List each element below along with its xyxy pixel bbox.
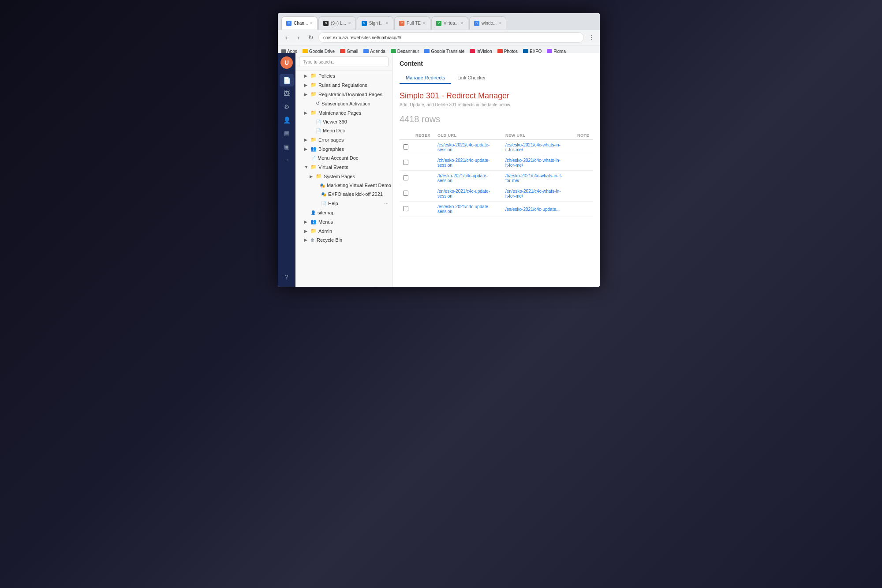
col-header-regex: REGEX	[412, 131, 434, 140]
forward-button[interactable]: ›	[294, 33, 303, 42]
tab-virtual[interactable]: V Virtua... ×	[431, 16, 468, 30]
tree-item-menus[interactable]: ▶ 👥 Menus	[295, 217, 392, 226]
col-header-checkbox	[400, 131, 412, 140]
table-row: /fr/esko-2021/c4c-update-session /fr/esk…	[400, 171, 593, 186]
tab-close-sign[interactable]: ×	[386, 21, 389, 26]
search-input[interactable]	[299, 56, 389, 67]
row-new-url-3[interactable]: /en/esko-2021/c4c-whats-in-it-for-me/	[502, 186, 567, 202]
tree-item-policies[interactable]: ▶ 📁 Policies	[295, 71, 392, 80]
tree-label-menudoc: Menu Doc	[323, 128, 345, 133]
arrow-systempages: ▶	[310, 174, 314, 179]
tab-close-notif[interactable]: ×	[348, 21, 351, 26]
icon-marketingvirtual: 🎭	[320, 183, 325, 188]
tree-item-biographies[interactable]: ▶ 👥 Biographies	[295, 144, 392, 154]
doc-icon-menuaccountdoc: 📄	[310, 156, 316, 161]
tree-item-admin[interactable]: ▶ 📁 Admin	[295, 226, 392, 236]
tree-item-virtualevents[interactable]: ▼ 📁 Virtual Events	[295, 162, 392, 172]
row-new-url-0[interactable]: /es/esko-2021/c4c-whats-in-it-for-me/	[502, 140, 567, 155]
nav-bar: ‹ › ↻ cms-exfo.azurewebsites.net/umbraco…	[278, 30, 600, 45]
sidebar-packages-icon[interactable]: ▣	[280, 140, 294, 153]
row-new-url-4[interactable]: /es/esko-2021/c4c-update...	[502, 202, 567, 217]
row-regex-0	[412, 140, 434, 155]
tree-item-help[interactable]: ▶ 📄 Help ···	[295, 198, 392, 208]
refresh-button[interactable]: ↻	[306, 33, 316, 42]
tab-close-virtual[interactable]: ×	[461, 21, 463, 26]
row-note-1	[574, 155, 593, 171]
back-button[interactable]: ‹	[281, 33, 291, 42]
row-note-0	[574, 140, 593, 155]
tab-notif[interactable]: N (9+) L... ×	[318, 16, 356, 30]
tree-label-maintenance: Maintenance Pages	[318, 110, 361, 116]
sidebar-redirect-icon[interactable]: →	[280, 154, 294, 166]
tab-manage-redirects[interactable]: Manage Redirects	[400, 72, 451, 84]
row-old-url-1[interactable]: /zh/esko-2021/c4c-update-session	[434, 155, 495, 171]
tree-item-sitemap[interactable]: ▶ 👤 sitemap	[295, 208, 392, 217]
tree-item-menuaccountdoc[interactable]: ▶ 📄 Menu Account Doc	[295, 154, 392, 162]
tab-close-window[interactable]: ×	[499, 21, 501, 26]
row-checkbox-1[interactable]	[400, 155, 412, 171]
row-checkbox-0[interactable]	[400, 140, 412, 155]
row-old-url-0[interactable]: /es/esko-2021/c4c-update-session	[434, 140, 495, 155]
sidebar-help-icon[interactable]: ?	[280, 271, 294, 283]
tree-label-viewer360: Viewer 360	[323, 119, 347, 124]
tree-item-marketingvirtual[interactable]: ▶ 🎭 Marketing Virtual Event Demo	[295, 181, 392, 190]
table-row: /es/esko-2021/c4c-update-session /es/esk…	[400, 202, 593, 217]
row-new-url-2[interactable]: /fr/esko-2021/c4c-whats-in-it-for-me/	[502, 171, 567, 186]
tab-favicon-sign: M	[362, 21, 367, 26]
row-checkbox-4[interactable]	[400, 202, 412, 217]
tree-item-subscription[interactable]: ▶ ↺ Subscription Activation	[295, 99, 392, 108]
col-header-note: NOTE	[574, 131, 593, 140]
laptop-screen: C Chan... × N (9+) L... × M Sign i... × …	[278, 13, 600, 287]
row-old-url-2[interactable]: /fr/esko-2021/c4c-update-session	[434, 171, 495, 186]
tab-close-chan[interactable]: ×	[310, 21, 313, 26]
row-s1-3	[495, 186, 502, 202]
row-old-url-4[interactable]: /es/esko-2021/c4c-update-session	[434, 202, 495, 217]
row-note-2	[574, 171, 593, 186]
tree-item-recyclebin[interactable]: ▶ 🗑 Recycle Bin	[295, 236, 392, 244]
tree-item-exfosales[interactable]: ▶ 🎭 EXFO sales kick-off 2021	[295, 190, 392, 198]
folder-icon-menus: 👥	[310, 219, 317, 225]
tree-item-rules[interactable]: ▶ 📁 Rules and Regulations	[295, 80, 392, 90]
sidebar-settings-icon[interactable]: ⚙	[280, 101, 294, 113]
tab-chan[interactable]: C Chan... ×	[281, 16, 318, 30]
tab-favicon-chan: C	[286, 21, 292, 26]
tab-pull[interactable]: P Pull TE ×	[394, 16, 430, 30]
tab-label-sign: Sign i...	[369, 21, 384, 26]
row-checkbox-3[interactable]	[400, 186, 412, 202]
row-s2-2	[567, 171, 574, 186]
sidebar-forms-icon[interactable]: ▤	[280, 127, 294, 139]
tab-link-checker[interactable]: Link Checker	[451, 72, 492, 84]
arrow-menus: ▶	[304, 220, 309, 224]
cms-logo[interactable]: U	[280, 56, 293, 69]
sidebar-media-icon[interactable]: 🖼	[280, 87, 294, 100]
redirect-manager-subtitle: Add, Update, and Delete 301 redirects in…	[400, 102, 593, 107]
tree-label-virtualevents: Virtual Events	[318, 165, 348, 170]
tree-item-viewer360[interactable]: ▶ 📄 Viewer 360	[295, 117, 392, 126]
folder-icon-rules: 📁	[310, 82, 317, 88]
tree-item-errorpages[interactable]: ▶ 📁 Error pages	[295, 135, 392, 144]
tab-sign[interactable]: M Sign i... ×	[357, 16, 393, 30]
sidebar-content-icon[interactable]: 📄	[280, 74, 294, 86]
tree-navigation: ▶ 📁 Policies ▶ 📁 Rules and Regulations ▶…	[295, 53, 392, 287]
sidebar-users-icon[interactable]: 👤	[280, 114, 294, 126]
content-title: Content	[400, 60, 593, 67]
extensions-button[interactable]: ⋮	[587, 33, 596, 42]
tab-favicon-pull: P	[399, 21, 404, 26]
tab-window[interactable]: G windo... ×	[469, 16, 506, 30]
tree-item-maintenance[interactable]: ▶ 📁 Maintenance Pages	[295, 108, 392, 117]
tab-bar: C Chan... × N (9+) L... × M Sign i... × …	[278, 13, 600, 30]
tree-item-menudoc[interactable]: ▶ 📄 Menu Doc	[295, 126, 392, 135]
tree-label-systempages: System Pages	[324, 174, 355, 179]
row-new-url-1[interactable]: /zh/esko-2021/c4c-whats-in-it-for-me/	[502, 155, 567, 171]
tree-item-systempages[interactable]: ▶ 📁 System Pages	[295, 172, 392, 181]
tab-close-pull[interactable]: ×	[423, 21, 426, 26]
row-note-4	[574, 202, 593, 217]
address-bar[interactable]: cms-exfo.azurewebsites.net/umbraco/#/	[318, 32, 584, 43]
row-regex-4	[412, 202, 434, 217]
tree-label-recyclebin: Recycle Bin	[317, 237, 342, 243]
row-old-url-3[interactable]: /en/esko-2021/c4c-update-session	[434, 186, 495, 202]
row-checkbox-2[interactable]	[400, 171, 412, 186]
row-regex-1	[412, 155, 434, 171]
tree-item-registration[interactable]: ▶ 📁 Registration/Download Pages	[295, 90, 392, 99]
ellipsis-help[interactable]: ···	[384, 200, 389, 206]
